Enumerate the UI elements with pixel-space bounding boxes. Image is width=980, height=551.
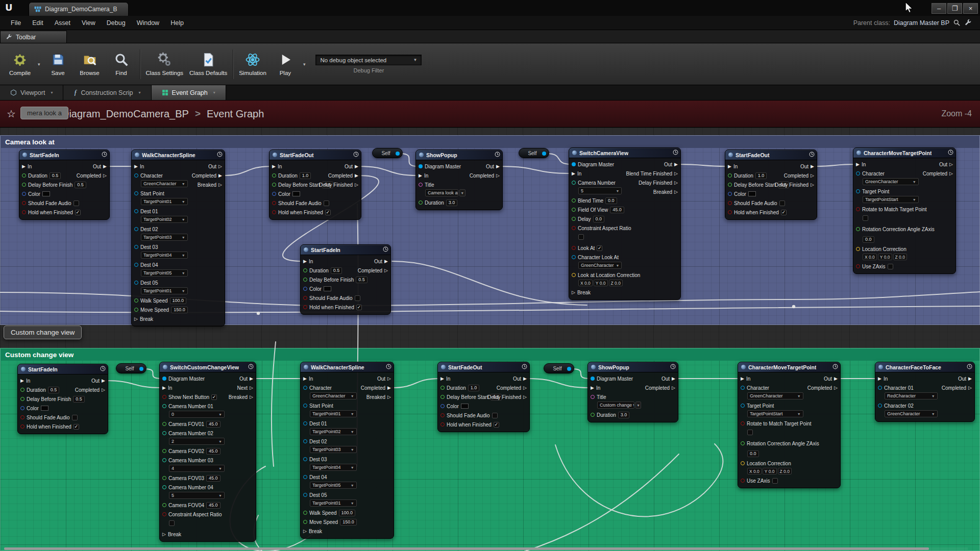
event-graph-canvas[interactable]: Custom change view BLUEPRINT Camera look… <box>0 128 980 551</box>
exec-pin-icon[interactable]: ▶ <box>250 377 253 381</box>
exec-pin-icon[interactable]: ▶ <box>878 377 881 381</box>
node-header[interactable]: ShowPopup <box>416 150 502 160</box>
number-input[interactable]: 150.0 <box>171 307 188 313</box>
bool-pin-icon[interactable] <box>572 226 576 230</box>
node-startfadein[interactable]: StartFadeIn▶InDuration0.5Delay Before Fi… <box>300 244 391 315</box>
object-pin-icon[interactable] <box>591 377 595 381</box>
play-dropdown-icon[interactable]: ▾ <box>301 62 308 67</box>
exec-pin-icon[interactable]: ▷ <box>674 181 678 185</box>
color-swatch[interactable] <box>748 191 756 196</box>
parent-class-value[interactable]: Diagram Master BP <box>894 19 949 27</box>
checkbox[interactable] <box>772 478 778 484</box>
object-pin-icon[interactable] <box>572 255 576 259</box>
float-pin-icon[interactable] <box>162 449 166 453</box>
exec-pin-icon[interactable]: ▶ <box>523 377 527 381</box>
bool-pin-icon[interactable] <box>572 246 576 250</box>
float-pin-icon[interactable] <box>303 268 307 272</box>
number-input[interactable]: 45.0 <box>610 207 624 213</box>
float-pin-icon[interactable] <box>134 298 138 303</box>
exec-pin-icon[interactable]: ▷ <box>674 190 678 194</box>
object-pin-icon[interactable] <box>134 209 138 213</box>
float-pin-icon[interactable] <box>856 227 860 231</box>
comment-title-camera-look-at[interactable]: Camera look at <box>1 136 979 148</box>
tab-viewport[interactable]: Viewport ▾ <box>0 85 63 100</box>
node-walkcharacterspline[interactable]: WalkCharacterSpline▶InCharacterGreenChar… <box>131 149 225 327</box>
float-pin-icon[interactable] <box>20 397 24 401</box>
bool-pin-icon[interactable] <box>272 210 276 214</box>
minimize-button[interactable]: – <box>932 3 946 14</box>
number-input[interactable]: 1.0 <box>755 172 767 179</box>
dropdown[interactable]: GreenCharacter▼ <box>863 178 919 185</box>
breadcrumb-section[interactable]: Event Graph <box>207 108 264 120</box>
node-startfadeout[interactable]: StartFadeOut▶InDuration1.0Delay Before S… <box>269 149 361 220</box>
compile-dropdown-icon[interactable]: ▾ <box>36 62 42 67</box>
exec-pin-icon[interactable]: ▷ <box>355 183 358 187</box>
exec-pin-icon[interactable]: ▷ <box>968 386 972 390</box>
color-swatch[interactable] <box>324 286 331 291</box>
vector-component[interactable]: X 0.0 <box>863 254 877 260</box>
close-button[interactable]: × <box>963 3 978 14</box>
exec-pin-icon[interactable]: ▷ <box>387 377 391 381</box>
bool-pin-icon[interactable] <box>856 264 860 268</box>
object-pin-icon[interactable] <box>303 404 307 408</box>
number-input[interactable]: 150.0 <box>340 519 357 525</box>
exec-pin-icon[interactable]: ▶ <box>741 377 744 381</box>
object-pin-icon[interactable] <box>303 421 307 425</box>
exec-pin-icon[interactable]: ▷ <box>218 183 222 187</box>
node-self[interactable]: Self <box>116 363 146 373</box>
menu-window[interactable]: Window <box>131 19 165 27</box>
dropdown[interactable]: TargetPoint01▼ <box>310 410 357 417</box>
float-pin-icon[interactable] <box>22 173 26 178</box>
object-pin-icon[interactable] <box>134 227 138 231</box>
number-input[interactable]: 0.0 <box>863 236 874 243</box>
debug-object-dropdown[interactable]: No debug object selected ▼ <box>315 55 422 65</box>
color-pin-icon[interactable] <box>728 192 732 196</box>
bool-pin-icon[interactable] <box>20 415 24 419</box>
float-pin-icon[interactable] <box>303 520 307 524</box>
float-pin-icon[interactable] <box>572 208 576 212</box>
scrollbar-thumb[interactable] <box>4 547 929 550</box>
bool-pin-icon[interactable] <box>162 395 166 399</box>
checkbox[interactable] <box>888 264 893 269</box>
object-pin-icon[interactable] <box>303 439 307 443</box>
exec-pin-icon[interactable]: ▷ <box>949 171 953 176</box>
exec-pin-icon[interactable]: ▷ <box>672 386 675 390</box>
float-pin-icon[interactable] <box>162 476 166 480</box>
bool-pin-icon[interactable] <box>741 479 745 483</box>
exec-pin-icon[interactable]: ▶ <box>811 164 814 169</box>
node-self[interactable]: Self <box>519 148 549 158</box>
find-button[interactable]: Find <box>106 45 137 83</box>
dropdown[interactable]: 2▼ <box>169 438 225 445</box>
color-pin-icon[interactable] <box>22 192 26 196</box>
string-pin-icon[interactable] <box>419 183 423 187</box>
menu-file[interactable]: File <box>5 19 27 27</box>
number-input[interactable]: 3.0 <box>446 199 458 206</box>
menu-help[interactable]: Help <box>165 19 189 27</box>
color-swatch[interactable] <box>292 191 300 196</box>
menu-view[interactable]: View <box>76 19 101 27</box>
checkbox[interactable] <box>578 234 584 240</box>
node-self[interactable]: Self <box>544 363 574 373</box>
node-startfadein[interactable]: StartFadeIn▶InDuration0.5Delay Before Fi… <box>17 364 108 434</box>
object-pin-icon[interactable] <box>303 457 307 461</box>
dropdown[interactable]: TargetPoint01▼ <box>141 198 188 205</box>
exec-pin-icon[interactable]: ▶ <box>355 173 358 178</box>
horizontal-scrollbar[interactable] <box>4 547 968 550</box>
bool-pin-icon[interactable] <box>303 296 307 300</box>
node-startfadein[interactable]: StartFadeIn▶InDuration0.5Delay Before Fi… <box>19 149 110 220</box>
checkbox[interactable] <box>169 520 175 526</box>
exec-pin-icon[interactable]: ▷ <box>303 529 307 534</box>
float-pin-icon[interactable] <box>162 422 166 426</box>
node-charactermovetargetpoint[interactable]: CharacterMoveTargetPoint▶InCharacterGree… <box>853 147 956 274</box>
float-pin-icon[interactable] <box>272 183 276 187</box>
vector-component[interactable]: X 0.0 <box>747 468 762 474</box>
float-pin-icon[interactable] <box>303 511 307 515</box>
node-header[interactable]: SwitchCustomChangeView <box>160 362 256 372</box>
number-input[interactable]: 45.0 <box>206 448 220 455</box>
exec-pin-icon[interactable]: ▶ <box>674 162 678 167</box>
text-input[interactable]: Camera look at <box>425 189 458 196</box>
object-pin-icon[interactable] <box>419 164 423 168</box>
chevron-down-icon[interactable]: ▼ <box>459 189 465 196</box>
object-pin-icon[interactable] <box>856 171 860 176</box>
node-header[interactable]: CharacterFaceToFace <box>875 362 974 372</box>
